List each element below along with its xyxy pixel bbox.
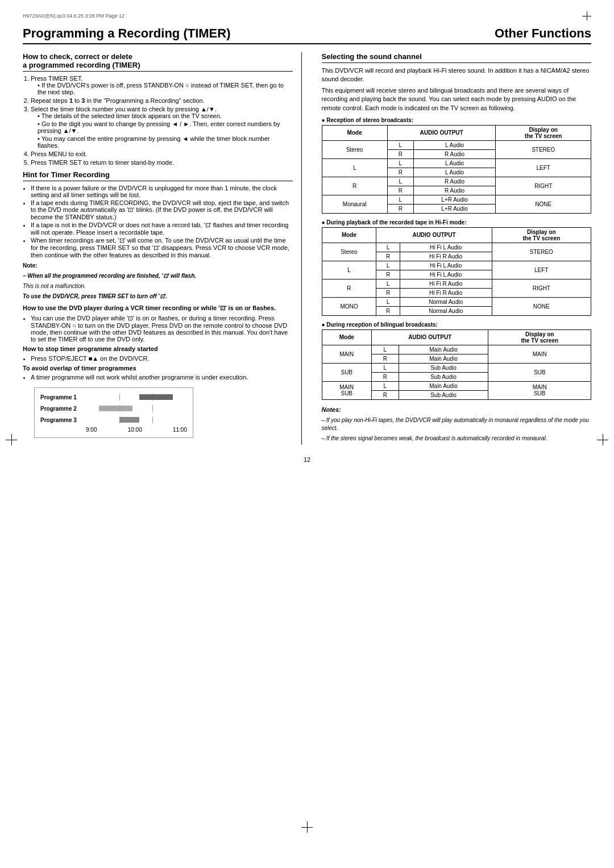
stereo-audio-R2: L Audio [413, 168, 496, 177]
bi-display-main: MAIN [488, 345, 591, 363]
hifi-audio-L2: Hi Fi L Audio [400, 261, 492, 270]
stereo-display-mono: NONE [496, 195, 591, 213]
prog3-bar-area [86, 416, 187, 423]
right-margin-crosshair [597, 434, 608, 446]
crosshair-left-icon [6, 434, 17, 445]
hifi-row-1: Stereo L Hi Fi L Audio STEREO [322, 243, 591, 252]
hifi-table: Mode AUDIO OUTPUT Display onthe TV scree… [322, 227, 592, 316]
stereo-audio-L2: L Audio [413, 158, 496, 168]
check-heading: How to check, correct or deletea program… [23, 52, 293, 72]
hifi-ch-R1: R [376, 252, 400, 261]
hifi-display-mono: NONE [492, 297, 591, 315]
bilingual-table-label: ● During reception of bilingual broadcas… [322, 322, 592, 328]
check-steps-list: Press TIMER SET. If the DVD/VCR's power … [23, 75, 293, 166]
note-item-2: – If the stereo signal becomes weak, the… [322, 435, 592, 443]
timer-times: 9:00 10:00 11:00 [40, 427, 187, 433]
stereo-table-label: ● Reception of stereo broadcasts: [322, 117, 592, 123]
prog1-row: Programme 1 [40, 393, 187, 402]
stereo-table: Mode AUDIO OUTPUT Display onthe TV scree… [322, 125, 592, 214]
bi-th-display: Display onthe TV screen [488, 329, 591, 345]
stereo-ch-R1: R [387, 149, 413, 158]
two-column-layout: How to check, correct or deletea program… [23, 52, 591, 445]
step-4: Press MENU to exit. [31, 151, 293, 157]
stereo-audio-R1: R Audio [413, 149, 496, 158]
divider-6 [152, 416, 153, 423]
bi-th-mode: Mode [322, 329, 372, 345]
note-section: Note: – When all the programmed recordin… [23, 262, 293, 301]
stereo-mode-L: L [322, 158, 387, 177]
hifi-row-3: L L Hi Fi L Audio LEFT [322, 261, 591, 270]
dvd-bullets: You can use the DVD player while '⊡' is … [23, 315, 293, 343]
hifi-audio-L1: Hi Fi L Audio [400, 243, 492, 252]
stereo-ch-L4: L [387, 195, 413, 204]
sound-notes: Notes: – If you play non-Hi-Fi tapes, th… [322, 406, 592, 443]
crosshair-bottom-icon [301, 821, 313, 833]
bi-row-5: MAINSUB L Main Audio MAINSUB [322, 381, 591, 390]
bi-ch-L3: L [372, 381, 399, 390]
hint-bullet-4: When timer recordings are set, '⊡' will … [31, 237, 293, 258]
hifi-ch-R3: R [376, 288, 400, 297]
stereo-display-R: RIGHT [496, 177, 591, 195]
sound-intro2: This equipment will receive stereo and b… [322, 86, 592, 112]
divider-4 [152, 405, 153, 412]
prog1-bar [139, 394, 173, 400]
hifi-ch-L2: L [376, 261, 400, 270]
stereo-ch-R4: R [387, 204, 413, 213]
crosshair-right-icon [597, 434, 608, 445]
note-label: Note: [23, 262, 293, 270]
hifi-th-display: Display onthe TV screen [492, 227, 591, 243]
hifi-mode-stereo: Stereo [322, 243, 376, 261]
prog2-label: Programme 2 [40, 406, 86, 412]
stereo-row-7: Monaural L L+R Audio NONE [322, 195, 591, 204]
prog1-bar-area [86, 394, 187, 400]
hifi-row-5: R L Hi Fi R Audio RIGHT [322, 279, 591, 288]
stereo-th-audio: AUDIO OUTPUT [387, 125, 496, 140]
hint-bullet-1: If there is a power failure or the DVD/V… [31, 185, 293, 198]
left-margin-crosshair [6, 434, 17, 446]
hifi-audio-R4: Normal Audio [400, 306, 492, 315]
sound-intro1: This DVD/VCR will record and playback Hi… [322, 66, 592, 84]
sound-section: Selecting the sound channel This DVD/VCR… [322, 52, 592, 443]
dvd-heading: How to use the DVD player during a VCR t… [23, 304, 293, 312]
stereo-ch-L1: L [387, 140, 413, 149]
stereo-ch-R2: R [387, 168, 413, 177]
bi-mode-sub: SUB [322, 363, 372, 381]
bi-ch-R3: R [372, 390, 399, 399]
stereo-ch-L2: L [387, 158, 413, 168]
bi-display-sub: SUB [488, 363, 591, 381]
hifi-display-stereo: STEREO [492, 243, 591, 261]
stereo-audio-L4: L+R Audio [413, 195, 496, 204]
prog2-bar-area [86, 405, 187, 412]
page-number: 12 [23, 456, 591, 463]
note-flash: – When all the programmed recording are … [23, 272, 293, 280]
hifi-ch-R2: R [376, 270, 400, 279]
bi-audio-R2: Sub Audio [399, 372, 488, 381]
hifi-mode-L: L [322, 261, 376, 279]
bi-mode-main: MAIN [322, 345, 372, 363]
stereo-row-1: Stereo L L Audio STEREO [322, 140, 591, 149]
bi-display-mainsub: MAINSUB [488, 381, 591, 399]
divider-1 [119, 394, 120, 400]
step-2: Repeat steps 1 to 3 in the "Programming … [31, 97, 293, 104]
prog2-bar [99, 406, 132, 411]
prog3-bar [119, 417, 140, 423]
hifi-ch-L4: L [376, 297, 400, 306]
hifi-table-label: ● During playback of the recorded tape i… [322, 219, 592, 226]
hifi-ch-R4: R [376, 306, 400, 315]
hifi-mode-R: R [322, 279, 376, 297]
stereo-mode-stereo: Stereo [322, 140, 387, 158]
bi-audio-R1: Main Audio [399, 354, 488, 363]
dvd-bullet-1: You can use the DVD player while '⊡' is … [31, 315, 293, 343]
bi-ch-L1: L [372, 345, 399, 354]
stereo-mode-R: R [322, 177, 387, 195]
check-heading-text: How to check, correct or deletea program… [23, 52, 140, 69]
bi-row-3: SUB L Sub Audio SUB [322, 363, 591, 372]
timer-diagram: Programme 1 Programme 2 [34, 387, 193, 438]
bi-mode-mainsub: MAINSUB [322, 381, 372, 399]
bi-audio-L2: Sub Audio [399, 363, 488, 372]
hint-bullet-2: If a tape ends during TIMER RECORDING, t… [31, 199, 293, 220]
file-info: H9723AD(EN).qx3 04.6.25 3:28 PM Page 12 [23, 13, 125, 19]
note-malfunction: This is not a malfunction. [23, 282, 293, 290]
stop-heading: How to stop timer programme already star… [23, 345, 293, 353]
bi-row-1: MAIN L Main Audio MAIN [322, 345, 591, 354]
